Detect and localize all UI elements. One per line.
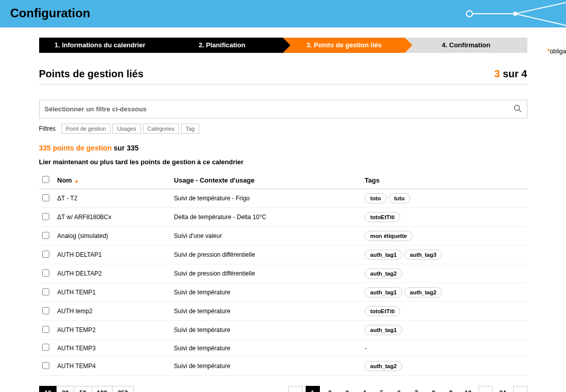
page-size-btn[interactable]: 250	[112, 386, 134, 392]
select-all-checkbox[interactable]	[42, 176, 49, 183]
row-checkbox[interactable]	[42, 307, 49, 314]
page-prev[interactable]: ‹	[288, 386, 303, 392]
page-num[interactable]: 10	[461, 386, 475, 392]
svg-point-5	[514, 105, 519, 110]
page-num[interactable]: 9	[444, 386, 458, 392]
cell-tags: mon étiquette	[362, 227, 527, 246]
cell-usage: Suivi de température	[171, 321, 362, 340]
tag-pill: totoEtTiti	[365, 212, 400, 222]
table-row: ΔT w/ ARF8180BCxDelta de température - D…	[39, 208, 527, 227]
step-item[interactable]: 1. Informations du calendrier	[39, 38, 161, 53]
cell-name: Analog (simulated)	[54, 227, 171, 246]
table-row: AUTH temp2Suivi de températuretotoEtTiti	[39, 302, 527, 321]
page-num[interactable]: 5	[375, 386, 389, 392]
col-tags[interactable]: Tags	[362, 172, 527, 189]
search-box	[39, 100, 527, 118]
header-bar: Configuration	[0, 0, 566, 27]
cell-name: AUTH TEMP4	[54, 357, 171, 376]
page-num[interactable]: 3	[340, 386, 354, 392]
cell-tags: auth_tag2	[362, 357, 527, 376]
row-checkbox[interactable]	[42, 232, 49, 239]
cell-name: AUTH TEMP1	[54, 283, 171, 302]
cell-name: ΔT w/ ARF8180BCx	[54, 208, 171, 227]
filter-chip[interactable]: Usages	[112, 124, 140, 134]
cell-tags: totoEtTiti	[362, 208, 527, 227]
page-size-btn[interactable]: 20	[56, 386, 74, 392]
cell-name: AUTH DELTAP1	[54, 246, 171, 264]
row-checkbox[interactable]	[42, 251, 49, 258]
svg-point-0	[466, 11, 472, 17]
filter-label: Filtres	[39, 125, 56, 132]
cell-usage: Suivi de pression différentielle	[171, 264, 362, 283]
result-count: 335 points de gestion sur 335	[39, 144, 527, 152]
cell-usage: Suivi de température	[171, 340, 362, 357]
header-decoration	[454, 0, 566, 27]
filter-row: Filtres Point de gestionUsagesCatégories…	[39, 124, 527, 134]
search-input[interactable]	[40, 100, 527, 118]
page-size-btn[interactable]: 10	[39, 386, 57, 392]
page-num[interactable]: 7	[409, 386, 424, 392]
cell-usage: Delta de température - Delta 10°C	[171, 208, 362, 227]
cell-name: AUTH TEMP3	[54, 340, 171, 357]
table-row: ΔT - T2Suivi de température - Frigototot…	[39, 189, 527, 208]
cell-name: AUTH temp2	[54, 302, 171, 321]
page-ellipsis[interactable]: ...	[479, 386, 493, 392]
page-num[interactable]: 4	[358, 386, 372, 392]
page-size-btn[interactable]: 50	[74, 386, 92, 392]
tag-pill: mon étiquette	[365, 231, 412, 241]
pagination: ‹12345678910...34›	[288, 386, 527, 392]
svg-line-4	[515, 14, 566, 25]
search-icon[interactable]	[514, 104, 522, 114]
cell-usage: Suivi de pression différentielle	[171, 246, 362, 264]
cell-name: AUTH TEMP2	[54, 321, 171, 340]
row-checkbox[interactable]	[42, 194, 49, 201]
cell-tags: tototutu	[362, 189, 527, 208]
col-usage[interactable]: Usage - Contexte d'usage	[171, 172, 362, 189]
tag-pill: totoEtTiti	[365, 306, 400, 316]
page-size-btn[interactable]: 100	[92, 386, 113, 392]
step-item[interactable]: 4. Confirmation	[405, 38, 527, 53]
cell-name: ΔT - T2	[54, 189, 171, 208]
tag-pill: auth_tag2	[365, 268, 402, 279]
table-row: AUTH TEMP3Suivi de température-	[39, 340, 527, 357]
row-checkbox[interactable]	[42, 213, 49, 220]
cell-tags: auth_tag2	[362, 264, 527, 283]
cell-usage: Suivi de température	[171, 302, 362, 321]
tag-pill: auth_tag2	[404, 287, 442, 297]
step-item[interactable]: 2. Planification	[161, 38, 283, 53]
results-table: Nom▲ Usage - Contexte d'usage Tags ΔT - …	[39, 172, 527, 376]
cell-tags: totoEtTiti	[362, 302, 527, 321]
row-checkbox[interactable]	[42, 362, 49, 369]
row-checkbox[interactable]	[42, 269, 49, 277]
col-name[interactable]: Nom▲	[54, 172, 171, 189]
step-count: 3 sur 4	[494, 68, 527, 80]
table-row: AUTH TEMP1Suivi de températureauth_tag1a…	[39, 283, 527, 302]
page-num[interactable]: 34	[496, 386, 510, 392]
table-row: AUTH TEMP2Suivi de températureauth_tag1	[39, 321, 527, 340]
row-checkbox[interactable]	[42, 288, 49, 295]
sort-asc-icon: ▲	[74, 178, 79, 184]
cell-tags: auth_tag1auth_tag3	[362, 246, 527, 264]
cell-tags: -	[362, 340, 527, 357]
step-item[interactable]: 3. Points de gestion liés	[283, 38, 405, 53]
cell-tags: auth_tag1	[362, 321, 527, 340]
page-next[interactable]: ›	[513, 386, 527, 392]
filter-chip[interactable]: Catégories	[143, 124, 179, 134]
page-num[interactable]: 1	[306, 386, 320, 392]
table-row: AUTH TEMP4Suivi de températureauth_tag2	[39, 357, 527, 376]
filter-chip[interactable]: Tag	[181, 124, 199, 134]
tag-pill: auth_tag2	[365, 361, 402, 371]
page-num[interactable]: 8	[427, 386, 441, 392]
tag-pill: toto	[365, 193, 386, 203]
row-checkbox[interactable]	[42, 344, 49, 351]
filter-chip[interactable]: Point de gestion	[62, 124, 111, 134]
tag-pill: auth_tag1	[365, 325, 402, 335]
cell-tags: auth_tag1auth_tag2	[362, 283, 527, 302]
section-title: Points de gestion liés	[39, 68, 144, 80]
table-row: AUTH DELTAP1Suivi de pression différenti…	[39, 246, 527, 264]
page-num[interactable]: 6	[392, 386, 406, 392]
table-row: AUTH DELTAP2Suivi de pression différenti…	[39, 264, 527, 283]
page-size-selector: 102050100250	[39, 386, 134, 392]
row-checkbox[interactable]	[42, 326, 49, 333]
page-num[interactable]: 2	[323, 386, 337, 392]
